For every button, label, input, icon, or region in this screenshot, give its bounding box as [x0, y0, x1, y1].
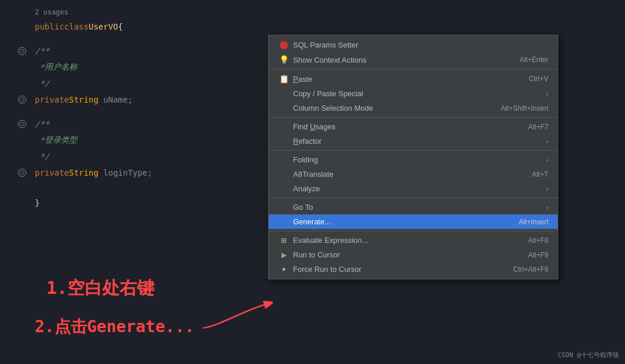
gutter-2: ⬡: [0, 96, 32, 104]
keyword-class: class: [64, 22, 89, 31]
menu-item-copy-paste-special[interactable]: Copy / Paste Special ›: [269, 86, 558, 101]
menu-item-refactor[interactable]: Refactor ›: [269, 134, 558, 148]
menu-item-context-actions[interactable]: 💡 Show Context Actions Alt+Enter: [269, 52, 558, 67]
keyword-public: public: [35, 22, 64, 31]
annotation-right-click: 1.空白处右键: [46, 276, 154, 300]
shortcut-find-usages: Alt+F7: [528, 123, 548, 131]
separator-3: [269, 150, 558, 151]
menu-item-force-run[interactable]: ✦ Force Run to Cursor Ctrl+Alt+F9: [269, 262, 558, 276]
menu-label-find-usages: Find Usages: [293, 122, 505, 131]
bookmark-icon-3: ⬡: [18, 120, 26, 128]
menu-label-folding: Folding: [293, 155, 541, 164]
comment-end-1: */: [35, 79, 49, 88]
separator-1: [269, 69, 558, 70]
shortcut-paste: Ctrl+V: [529, 75, 548, 83]
shortcut-run-cursor: Alt+F9: [528, 251, 548, 259]
type-string-1: String: [69, 95, 99, 104]
menu-label-refactor: Refactor: [293, 137, 541, 145]
bookmark-icon-1: ⬡: [18, 47, 26, 55]
menu-item-go-to[interactable]: Go To ›: [269, 200, 558, 214]
force-run-icon: ✦: [278, 265, 290, 274]
annotation-generate: 2.点击Generate...: [35, 316, 194, 338]
keyword-private-2: private: [35, 168, 69, 177]
brace-open: {: [118, 22, 122, 31]
gutter-3: ⬡: [0, 120, 32, 128]
keyword-private-1: private: [35, 95, 69, 104]
arrow-right-3: ›: [546, 156, 548, 163]
eval-icon: ⊞: [278, 236, 290, 245]
shortcut-column-selection: Alt+Shift+Insert: [501, 104, 548, 112]
menu-label-sql: SQL Params Setter: [293, 41, 548, 49]
comment-start-2: /**: [35, 119, 49, 129]
menu-item-folding[interactable]: Folding ›: [269, 152, 558, 167]
space-2: [99, 168, 103, 177]
menu-label-a8translate: A8Translate: [293, 170, 509, 179]
comment-end-2: */: [35, 152, 49, 161]
menu-label-evaluate: Evaluate Expression...: [293, 236, 505, 245]
separator-5: [269, 231, 558, 231]
class-name: UserVO: [89, 22, 118, 31]
comment-start-1: /**: [35, 46, 49, 56]
bookmark-icon-4: ⬡: [18, 169, 26, 177]
run-icon: ▶: [278, 251, 290, 259]
comment-asterisk-2: *: [35, 136, 45, 145]
type-string-2: String: [69, 168, 99, 177]
comment-chinese-2: 登录类型: [45, 135, 77, 145]
context-menu: SQL Params Setter 💡 Show Context Actions…: [268, 35, 558, 279]
watermark: CSDN @十七号程序猿: [558, 351, 619, 359]
menu-item-find-usages[interactable]: Find Usages Alt+F7: [269, 119, 558, 134]
gutter-1: ⬡: [0, 47, 32, 55]
arrow-right-2: ›: [546, 138, 548, 145]
separator-2: [269, 117, 558, 118]
menu-label-copy-paste-special: Copy / Paste Special: [293, 89, 541, 98]
separator-4: [269, 198, 558, 198]
menu-item-column-selection[interactable]: Column Selection Mode Alt+Shift+Insert: [269, 101, 558, 115]
menu-item-sql[interactable]: SQL Params Setter: [269, 38, 558, 52]
space-1: [99, 95, 103, 104]
brace-close: }: [35, 198, 39, 208]
comment-asterisk-1: *: [35, 63, 45, 72]
menu-item-run-cursor[interactable]: ▶ Run to Cursor Alt+F9: [269, 247, 558, 262]
menu-label-paste: Paste: [293, 75, 505, 83]
var-logintype: loginType;: [103, 168, 152, 177]
shortcut-force-run: Ctrl+Alt+F9: [513, 265, 548, 274]
arrow-right-5: ›: [546, 204, 548, 211]
shortcut-context-actions: Alt+Enter: [519, 56, 548, 64]
sql-icon: [278, 41, 290, 49]
menu-label-generate: Generate...: [293, 217, 496, 226]
menu-item-paste[interactable]: 📋 Paste Ctrl+V: [269, 71, 558, 86]
line-usages: 2 usages: [0, 6, 625, 19]
bookmark-icon-2: ⬡: [18, 96, 26, 104]
menu-item-analyze[interactable]: Analyze ›: [269, 181, 558, 196]
paste-icon: 📋: [278, 74, 290, 83]
gutter-4: ⬡: [0, 169, 32, 177]
shortcut-generate: Alt+Insert: [519, 218, 548, 226]
arrow-right-4: ›: [546, 185, 548, 192]
shortcut-a8translate: Alt+T: [532, 170, 548, 179]
line-class-decl: public class UserVO {: [0, 19, 625, 35]
menu-label-go-to: Go To: [293, 203, 541, 212]
arrow-right-1: ›: [546, 90, 548, 97]
var-uname: uName;: [103, 95, 133, 104]
menu-label-context-actions: Show Context Actions: [293, 56, 496, 64]
menu-label-column-selection: Column Selection Mode: [293, 104, 478, 112]
menu-item-evaluate[interactable]: ⊞ Evaluate Expression... Alt+F8: [269, 233, 558, 247]
menu-item-a8translate[interactable]: A8Translate Alt+T: [269, 167, 558, 181]
bulb-icon: 💡: [278, 55, 290, 64]
menu-label-run-cursor: Run to Cursor: [293, 250, 505, 259]
usages-label: 2 usages: [35, 8, 68, 16]
comment-chinese-1: 用户名称: [45, 62, 77, 72]
menu-label-force-run: Force Run to Cursor: [293, 265, 490, 274]
shortcut-evaluate: Alt+F8: [528, 236, 548, 245]
arrow-indicator: [197, 293, 273, 334]
menu-label-analyze: Analyze: [293, 184, 541, 193]
menu-item-generate[interactable]: Generate... Alt+Insert: [269, 214, 558, 229]
